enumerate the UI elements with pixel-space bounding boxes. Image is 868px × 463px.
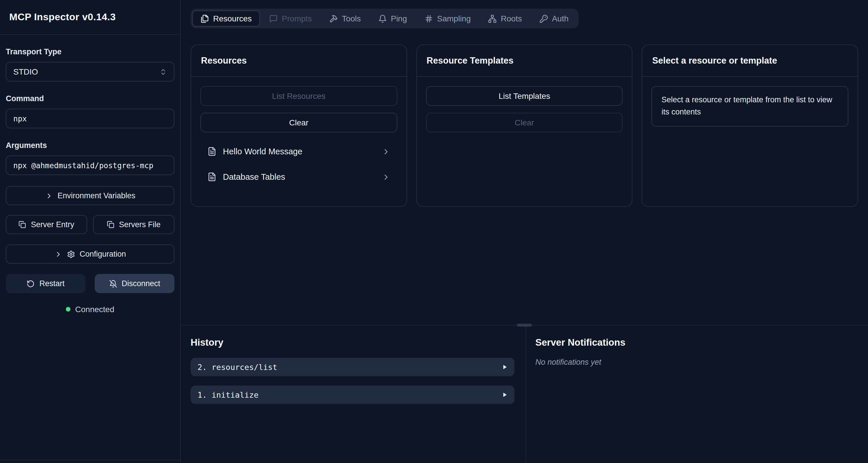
- panel-resize-handle[interactable]: [517, 324, 532, 326]
- clear-resources-button[interactable]: Clear: [200, 113, 397, 133]
- copy-icon: [19, 221, 26, 228]
- chevron-right-icon: [381, 173, 390, 181]
- list-templates-button[interactable]: List Templates: [426, 86, 623, 106]
- resource-item-label: Database Tables: [223, 172, 285, 181]
- hash-icon: [425, 14, 433, 23]
- sidebar-bottom-divider: [0, 460, 180, 463]
- tab-label: Sampling: [437, 14, 471, 23]
- arguments-input[interactable]: [6, 155, 175, 175]
- tab-bar: Resources Prompts Tools: [191, 9, 578, 28]
- copy-icon: [107, 221, 114, 228]
- connection-buttons-row: Restart Disconnect: [6, 274, 175, 293]
- tab-tools[interactable]: Tools: [321, 10, 369, 27]
- key-icon: [539, 14, 548, 23]
- main-area: Resources Prompts Tools: [181, 0, 868, 463]
- tab-label: Roots: [501, 14, 522, 23]
- server-entry-button[interactable]: Server Entry: [6, 215, 87, 234]
- history-list: 2. resources/list 1. initialize: [191, 358, 515, 404]
- restart-icon: [27, 280, 35, 288]
- resource-templates-card: Resource Templates List Templates Clear: [416, 45, 632, 207]
- restart-button[interactable]: Restart: [6, 274, 86, 293]
- network-icon: [488, 14, 497, 23]
- sidebar-content: Transport Type STDIO Command Arguments: [0, 35, 180, 314]
- transport-type-label: Transport Type: [6, 48, 175, 56]
- command-label: Command: [6, 94, 175, 103]
- chevron-right-icon: [45, 192, 53, 200]
- chevrons-up-down-icon: [159, 68, 167, 76]
- gear-icon: [67, 250, 75, 258]
- disconnect-button[interactable]: Disconnect: [95, 274, 175, 293]
- command-field: Command: [6, 94, 175, 128]
- tab-prompts[interactable]: Prompts: [261, 10, 320, 27]
- resources-card-title: Resources: [201, 56, 247, 66]
- history-item-resources-list[interactable]: 2. resources/list: [191, 358, 515, 376]
- server-buttons-row: Server Entry Servers File: [6, 215, 175, 234]
- resources-card-header: Resources: [191, 45, 406, 77]
- resource-templates-card-body: List Templates Clear: [417, 77, 632, 149]
- transport-type-field: Transport Type STDIO: [6, 48, 175, 82]
- servers-file-label: Servers File: [119, 220, 160, 229]
- environment-variables-label: Environment Variables: [58, 191, 135, 200]
- list-resources-button[interactable]: List Resources: [200, 86, 397, 106]
- chevron-right-icon: [381, 147, 390, 156]
- resource-detail-card-title: Select a resource or template: [652, 56, 777, 66]
- history-item-initialize[interactable]: 1. initialize: [191, 385, 515, 404]
- server-entry-label: Server Entry: [31, 220, 74, 229]
- file-text-icon: [207, 172, 217, 181]
- cards-row: Resources List Resources Clear Hello Wor…: [191, 45, 858, 207]
- transport-type-value: STDIO: [13, 67, 38, 76]
- tab-auth[interactable]: Auth: [531, 10, 577, 27]
- server-notifications-panel: Server Notifications No notifications ye…: [526, 325, 868, 463]
- tab-ping[interactable]: Ping: [370, 10, 415, 27]
- server-notifications-title: Server Notifications: [535, 337, 868, 348]
- command-input[interactable]: [6, 109, 175, 128]
- connected-status-label: Connected: [75, 305, 114, 314]
- connected-status-dot: [66, 307, 70, 312]
- file-text-icon: [207, 147, 217, 156]
- no-notifications-text: No notifications yet: [535, 358, 868, 367]
- resource-detail-card-body: Select a resource or template from the l…: [643, 77, 858, 136]
- restart-label: Restart: [39, 279, 64, 288]
- play-icon: [502, 364, 508, 370]
- clear-templates-button[interactable]: Clear: [426, 113, 623, 133]
- message-square-icon: [269, 14, 278, 23]
- bell-off-icon: [109, 280, 117, 288]
- transport-type-select[interactable]: STDIO: [6, 62, 175, 82]
- history-item-label: 2. resources/list: [197, 363, 277, 372]
- resources-card-body: List Resources Clear Hello World Message: [191, 77, 406, 197]
- configuration-button[interactable]: Configuration: [6, 244, 175, 264]
- history-panel: History 2. resources/list 1. initialize: [181, 325, 526, 463]
- resource-templates-card-header: Resource Templates: [417, 45, 632, 77]
- configuration-label: Configuration: [80, 250, 126, 258]
- tab-resources[interactable]: Resources: [192, 10, 260, 27]
- sidebar: MCP Inspector v0.14.3 Transport Type STD…: [0, 0, 181, 463]
- resource-detail-card-header: Select a resource or template: [643, 45, 858, 77]
- arguments-field: Arguments: [6, 141, 175, 175]
- tab-label: Auth: [552, 14, 568, 23]
- resources-card: Resources List Resources Clear Hello Wor…: [191, 45, 407, 207]
- environment-variables-button[interactable]: Environment Variables: [6, 186, 175, 205]
- resource-detail-card: Select a resource or template Select a r…: [642, 45, 858, 207]
- app-title: MCP Inspector v0.14.3: [9, 11, 116, 23]
- arguments-label: Arguments: [6, 141, 175, 150]
- history-title: History: [191, 337, 515, 348]
- bell-icon: [378, 14, 386, 23]
- tab-sampling[interactable]: Sampling: [416, 10, 479, 27]
- resource-detail-placeholder: Select a resource or template from the l…: [652, 86, 848, 126]
- tab-roots[interactable]: Roots: [480, 10, 530, 27]
- bottom-panels: History 2. resources/list 1. initialize: [181, 325, 868, 463]
- history-item-label: 1. initialize: [197, 390, 258, 399]
- disconnect-label: Disconnect: [122, 279, 160, 288]
- resource-item-hello-world[interactable]: Hello World Message: [200, 141, 397, 163]
- app-root: MCP Inspector v0.14.3 Transport Type STD…: [0, 0, 868, 463]
- connection-status: Connected: [6, 305, 175, 314]
- play-icon: [502, 392, 508, 398]
- resource-item-database-tables[interactable]: Database Tables: [200, 166, 397, 188]
- servers-file-button[interactable]: Servers File: [93, 215, 175, 234]
- tab-label: Tools: [342, 14, 361, 23]
- files-icon: [200, 14, 209, 23]
- resource-list: Hello World Message Database Tables: [200, 141, 397, 188]
- chevron-right-icon: [54, 250, 62, 258]
- tab-label: Resources: [213, 14, 252, 23]
- resource-templates-card-title: Resource Templates: [427, 56, 514, 66]
